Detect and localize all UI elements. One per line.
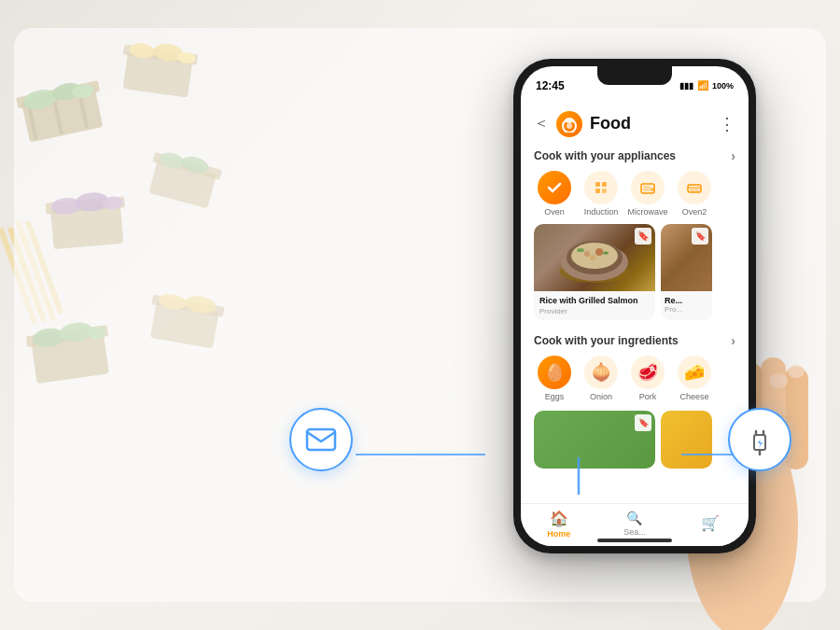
- microwave-label: Microwave: [627, 207, 667, 217]
- status-icons: ▮▮▮ 📶 100%: [679, 80, 734, 91]
- svg-point-42: [788, 365, 805, 378]
- appliance-oven[interactable]: Oven: [534, 171, 575, 217]
- home-indicator: [597, 539, 672, 542]
- recipe-name-1: Rice with Grilled Salmon: [539, 296, 650, 307]
- cart-nav-icon: 🛒: [701, 514, 720, 532]
- induction-symbol: [593, 179, 609, 196]
- appliance-induction[interactable]: Induction: [581, 171, 622, 217]
- onion-label: Onion: [590, 392, 612, 401]
- message-float-button[interactable]: [289, 408, 353, 471]
- induction-icon: [584, 171, 618, 204]
- oven-label: Oven: [544, 207, 565, 217]
- food-logo-icon: [561, 116, 578, 133]
- recipe-image-2-partial: 🔖: [661, 224, 712, 291]
- svg-rect-51: [643, 186, 651, 191]
- svg-rect-55: [690, 189, 699, 191]
- more-options-button[interactable]: ⋮: [719, 114, 735, 134]
- recipe-cards-row: 🔖 Rice with Grilled Salmon Provider 🔖: [521, 224, 749, 329]
- home-nav-label: Home: [547, 529, 570, 539]
- recipe-provider-2: Pro...: [665, 305, 708, 314]
- svg-rect-48: [595, 189, 600, 193]
- recipe-card-2-partial[interactable]: 🔖 Re... Pro...: [661, 224, 712, 321]
- svg-point-44: [565, 118, 574, 123]
- microwave-symbol: [639, 179, 656, 196]
- bookmark-button-1[interactable]: 🔖: [635, 228, 651, 245]
- appliances-row: Oven Induction: [521, 167, 749, 224]
- phone-notch: [597, 66, 672, 85]
- svg-point-41: [769, 373, 788, 388]
- checkmark-icon: [546, 179, 563, 196]
- svg-rect-68: [307, 429, 335, 450]
- ingredient-eggs[interactable]: 🥚 Eggs: [534, 356, 575, 401]
- pork-icon: 🥩: [631, 356, 665, 389]
- svg-rect-47: [602, 182, 607, 187]
- scene-wrapper: 12:45 ▮▮▮ 📶 100% ＜: [0, 0, 840, 630]
- recipe-card-1[interactable]: 🔖 Rice with Grilled Salmon Provider: [534, 224, 655, 321]
- svg-rect-46: [595, 182, 600, 187]
- oven-icon: [538, 171, 571, 204]
- ingredient-pork[interactable]: 🥩 Pork: [627, 356, 668, 401]
- svg-rect-49: [602, 189, 607, 193]
- appliance-oven2[interactable]: Oven2: [674, 171, 715, 217]
- ingredient-onion[interactable]: 🧅 Onion: [581, 356, 622, 401]
- induction-label: Induction: [584, 207, 619, 217]
- recipe-provider-1: Provider: [539, 307, 650, 315]
- recipe-name-2: Re...: [665, 296, 708, 305]
- svg-point-52: [651, 188, 654, 191]
- pork-label: Pork: [639, 392, 657, 401]
- app-logo: [556, 111, 582, 137]
- appliances-section-header[interactable]: Cook with your appliances ›: [521, 143, 749, 167]
- phone-frame: 12:45 ▮▮▮ 📶 100% ＜: [513, 59, 756, 553]
- recipe-info-2: Re... Pro...: [661, 291, 712, 318]
- status-time: 12:45: [536, 79, 565, 92]
- phone-wrapper: 12:45 ▮▮▮ 📶 100% ＜: [485, 59, 784, 600]
- battery-icon: 100%: [712, 81, 734, 91]
- oven2-label: Oven2: [682, 207, 707, 217]
- ingredient-cheese[interactable]: 🧀 Cheese: [674, 356, 715, 401]
- extra-recipe-card-2[interactable]: [661, 411, 712, 469]
- cheese-icon: 🧀: [678, 356, 711, 389]
- microwave-icon: [631, 171, 665, 204]
- ingredients-label: Cook with your ingredients: [534, 334, 679, 347]
- appliance-microwave[interactable]: Microwave: [627, 171, 668, 217]
- oven2-icon: [678, 171, 711, 204]
- back-button[interactable]: ＜: [534, 114, 549, 133]
- app-title: Food: [590, 114, 719, 133]
- wifi-icon: 📶: [697, 80, 708, 91]
- power-float-button[interactable]: [728, 408, 791, 471]
- nav-home[interactable]: 🏠 Home: [521, 510, 596, 539]
- nav-cart[interactable]: 🛒: [673, 514, 749, 534]
- nav-search[interactable]: 🔍 Sea...: [596, 511, 672, 537]
- svg-point-63: [577, 248, 584, 252]
- eggs-icon: 🥚: [538, 356, 571, 389]
- appliances-label: Cook with your appliances: [534, 149, 676, 162]
- svg-point-61: [595, 248, 603, 256]
- ingredients-section-header[interactable]: Cook with your ingredients ›: [521, 328, 749, 352]
- home-nav-icon: 🏠: [550, 510, 568, 527]
- extra-recipe-row: 🔖: [521, 407, 749, 474]
- signal-icon: ▮▮▮: [679, 81, 693, 91]
- power-plug-icon: [745, 424, 775, 455]
- bookmark-button-3[interactable]: 🔖: [635, 414, 651, 431]
- recipe-image-1: 🔖: [534, 224, 655, 291]
- search-nav-icon: 🔍: [626, 511, 642, 525]
- ingredients-arrow-icon: ›: [731, 333, 735, 348]
- app-header: ＜ Food ⋮: [521, 104, 749, 143]
- search-nav-label: Sea...: [623, 527, 646, 537]
- svg-point-62: [590, 255, 595, 260]
- recipe-food-illustration: [548, 230, 641, 286]
- svg-point-45: [567, 123, 572, 129]
- eggs-label: Eggs: [545, 392, 565, 401]
- oven2-symbol: [686, 179, 703, 196]
- svg-point-64: [603, 251, 609, 254]
- envelope-icon: [305, 427, 337, 453]
- ingredients-row: 🥚 Eggs 🧅 Onion 🥩 Pork: [521, 352, 749, 407]
- phone-screen: 12:45 ▮▮▮ 📶 100% ＜: [521, 66, 749, 546]
- cheese-label: Cheese: [679, 392, 708, 401]
- recipe-info-1: Rice with Grilled Salmon Provider: [534, 291, 655, 321]
- appliances-arrow-icon: ›: [731, 148, 735, 163]
- svg-point-60: [584, 251, 590, 257]
- extra-recipe-card-1[interactable]: 🔖: [534, 411, 655, 469]
- bookmark-button-2[interactable]: 🔖: [692, 228, 708, 245]
- onion-icon: 🧅: [584, 356, 618, 389]
